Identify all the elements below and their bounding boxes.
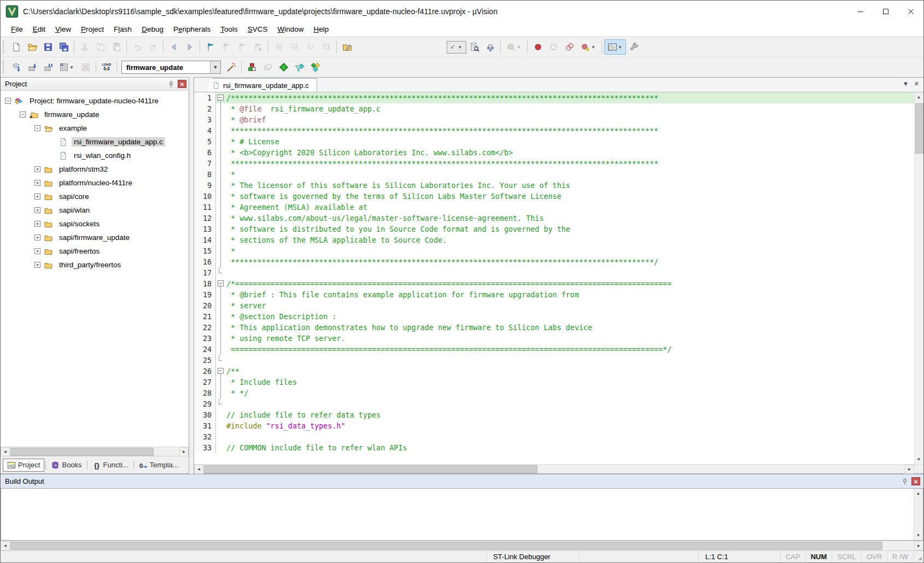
fold-margin[interactable] — [216, 344, 225, 355]
translate-button[interactable] — [8, 60, 24, 75]
toggle-bookmark-button[interactable] — [202, 39, 218, 55]
kill-all-breakpoints-button[interactable]: ▼ — [577, 39, 599, 55]
fold-margin[interactable] — [216, 234, 225, 245]
expand-icon[interactable]: + — [34, 193, 40, 200]
build-button[interactable] — [24, 60, 40, 75]
code-line[interactable]: 4 **************************************… — [194, 125, 914, 136]
tree-item[interactable]: +sapi/firmware_update — [1, 231, 189, 244]
pin-icon[interactable] — [166, 79, 176, 89]
panel-splitter[interactable] — [189, 77, 194, 474]
scroll-right-icon[interactable]: ► — [914, 541, 923, 550]
menu-svcs[interactable]: SVCS — [243, 24, 273, 35]
fold-margin[interactable] — [216, 355, 225, 366]
scroll-up-icon[interactable]: ▲ — [914, 92, 923, 102]
tree-item[interactable]: +sapi/sockets — [1, 217, 189, 231]
copy-button[interactable] — [92, 39, 108, 55]
code-line[interactable]: 25 — [194, 355, 914, 366]
code-line[interactable]: 30// include file to refer data types — [194, 409, 914, 420]
scroll-thumb[interactable] — [10, 448, 154, 456]
uncomment-button[interactable] — [318, 39, 334, 55]
enable-breakpoint-button[interactable] — [546, 39, 562, 55]
editor-tab[interactable]: rsi_firmware_update_app.c — [206, 78, 317, 92]
code-line[interactable]: 16 *************************************… — [194, 256, 914, 267]
navigate-back-button[interactable] — [166, 39, 182, 55]
toolbar-grip[interactable] — [3, 40, 7, 54]
code-line[interactable]: 13 * software is distributed to you in S… — [194, 224, 914, 234]
fold-margin[interactable] — [216, 333, 225, 344]
rebuild-button[interactable] — [40, 60, 56, 75]
expand-icon[interactable]: + — [34, 207, 40, 213]
prev-bookmark-button[interactable] — [218, 39, 234, 55]
fold-margin[interactable] — [216, 224, 225, 234]
menu-window[interactable]: Window — [273, 24, 309, 35]
toolbar-grip[interactable] — [3, 61, 7, 74]
chevron-down-icon[interactable]: ▼ — [210, 61, 220, 73]
expand-icon[interactable]: + — [34, 248, 40, 254]
chevron-down-icon[interactable]: ▼ — [590, 45, 596, 50]
fold-margin[interactable] — [216, 158, 225, 169]
expand-icon[interactable]: + — [34, 234, 40, 241]
paste-button[interactable] — [108, 39, 124, 55]
fold-margin[interactable] — [216, 300, 225, 311]
fold-margin[interactable] — [216, 125, 225, 136]
menu-peripherals[interactable]: Peripherals — [168, 24, 215, 35]
tree-item[interactable]: −Project: firmware_update-nucleo-f411re — [1, 94, 189, 108]
menu-flash[interactable]: Flash — [109, 24, 137, 35]
fold-margin[interactable] — [216, 322, 225, 333]
save-all-button[interactable] — [56, 39, 72, 55]
fold-margin[interactable] — [216, 420, 225, 431]
undo-button[interactable] — [129, 39, 145, 55]
chevron-down-icon[interactable]: ▼ — [69, 65, 75, 70]
fold-margin[interactable] — [216, 245, 225, 256]
fold-collapse-icon[interactable]: − — [218, 368, 224, 374]
code-line[interactable]: 20 * server — [194, 300, 914, 311]
chevron-down-icon[interactable]: ▼ — [617, 45, 623, 50]
fold-margin[interactable] — [216, 388, 225, 398]
build-output-vertical-scrollbar[interactable]: ▲ ▼ — [914, 489, 923, 540]
comment-button[interactable] — [302, 39, 318, 55]
editor-horizontal-scrollbar[interactable]: ◄ ► — [194, 464, 923, 473]
tree-item[interactable]: +sapi/core — [1, 190, 189, 203]
code-line[interactable]: 21 * @section Description : — [194, 311, 914, 322]
tree-item[interactable]: +platform/nucleo-f411re — [1, 176, 189, 190]
incremental-find-button[interactable] — [482, 39, 498, 55]
tree-item[interactable]: rsi_firmware_update_app.c — [1, 135, 189, 149]
code-line[interactable]: 14 * sections of the MSLA applicable to … — [194, 234, 914, 245]
scroll-left-icon[interactable]: ◄ — [1, 541, 10, 550]
fold-margin[interactable] — [216, 136, 225, 147]
tree-item[interactable]: +sapi/wlan — [1, 203, 189, 217]
tab-close-icon[interactable]: ✕ — [914, 80, 919, 87]
fold-margin[interactable] — [216, 180, 225, 191]
project-targets-button[interactable] — [276, 60, 291, 75]
collapse-icon[interactable]: − — [20, 112, 26, 118]
scroll-thumb[interactable] — [915, 103, 923, 154]
panel-tab-books[interactable]: ?Books — [47, 459, 85, 471]
next-bookmark-button[interactable] — [234, 39, 250, 55]
menu-file[interactable]: File — [6, 24, 28, 35]
tree-item[interactable]: −example — [1, 121, 189, 135]
fold-margin[interactable] — [216, 409, 225, 420]
fold-collapse-icon[interactable]: − — [218, 280, 224, 286]
code-line[interactable]: 31#include "rsi_data_types.h" — [194, 420, 914, 431]
fold-margin[interactable] — [216, 289, 225, 300]
open-file-button[interactable] — [24, 39, 40, 55]
fold-margin[interactable]: − — [216, 278, 225, 289]
tab-list-chevron-down-icon[interactable]: ▼ — [903, 80, 909, 87]
panel-tab-project[interactable]: Project — [3, 459, 44, 472]
tree-item[interactable]: +third_party/freertos — [1, 258, 189, 272]
indent-button[interactable] — [286, 39, 302, 55]
code-line[interactable]: 18−/*===================================… — [194, 278, 914, 289]
code-line[interactable]: 3 * @brief — [194, 114, 914, 125]
code-line[interactable]: 23 * using remote TCP server. — [194, 333, 914, 344]
redo-button[interactable] — [145, 39, 161, 55]
code-line[interactable]: 26−/** — [194, 366, 914, 377]
scroll-thumb[interactable] — [10, 542, 882, 550]
disable-all-breakpoints-button[interactable] — [562, 39, 577, 55]
fold-margin[interactable] — [216, 147, 225, 158]
insert-breakpoint-button[interactable] — [530, 39, 546, 55]
build-output-close-icon[interactable]: ✕ — [911, 477, 920, 485]
scroll-down-icon[interactable]: ▼ — [914, 455, 923, 464]
code-line[interactable]: 27 * Include files — [194, 377, 914, 388]
collapse-icon[interactable]: − — [5, 98, 11, 104]
fold-margin[interactable] — [216, 169, 225, 180]
